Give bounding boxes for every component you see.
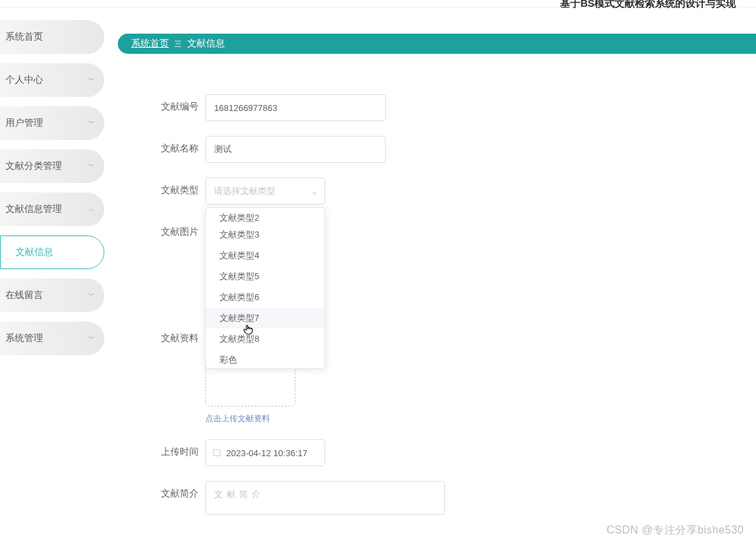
upload-time-value: 2023-04-12 10:36:17 xyxy=(226,448,308,458)
doc-brief-textarea[interactable]: 文 献 简 介 xyxy=(205,481,445,515)
label-doc-name: 文献名称 xyxy=(138,136,199,155)
chevron-down-icon: ﹀ xyxy=(88,334,95,343)
sidebar-item-messages[interactable]: 在线留言 ﹀ xyxy=(0,279,104,312)
label-doc-file: 文献资料 xyxy=(138,326,199,344)
sidebar-item-docinfo-sub[interactable]: 文献信息 xyxy=(0,235,104,269)
content-area: 系统首页 三 文献信息 文献编号 文献名称 文献类型 请选择文献类型 ⌃ xyxy=(104,20,756,547)
upload-hint: 点击上传文献资料 xyxy=(205,413,296,425)
sidebar-item-label: 在线留言 xyxy=(5,289,43,301)
dropdown-option[interactable]: 彩色 xyxy=(206,349,324,365)
sidebar-item-home[interactable]: 系统首页 xyxy=(0,20,104,54)
dropdown-option[interactable]: 文献类型2 xyxy=(206,211,324,224)
sidebar-item-label: 文献信息管理 xyxy=(5,203,62,215)
doc-name-input[interactable] xyxy=(205,136,386,163)
dropdown-option[interactable]: 文献类型4 xyxy=(206,245,324,266)
label-doc-type: 文献类型 xyxy=(138,178,199,196)
dropdown-option[interactable]: 文献类型7 xyxy=(206,307,324,328)
sidebar-item-label: 文献分类管理 xyxy=(5,160,62,172)
doc-type-dropdown: 文献类型2文献类型3文献类型4文献类型5文献类型6文献类型7文献类型8彩色 xyxy=(205,207,325,369)
doc-type-select[interactable]: 请选择文献类型 ⌃ xyxy=(205,178,325,205)
app-title: 基于BS模式文献检索系统的设计与实现 xyxy=(560,0,736,10)
watermark: CSDN @专注分享bishe530 xyxy=(607,523,744,538)
sidebar-item-label: 个人中心 xyxy=(5,74,43,86)
sidebar: 系统首页 个人中心 ﹀ 用户管理 ﹀ 文献分类管理 ﹀ 文献信息管理 ︿ 文献信… xyxy=(0,20,104,547)
sidebar-item-label: 系统首页 xyxy=(5,31,43,43)
dropdown-option[interactable]: 文献类型3 xyxy=(206,224,324,245)
app-header: 基于BS模式文献检索系统的设计与实现 xyxy=(0,0,756,7)
breadcrumb-home-link[interactable]: 系统首页 xyxy=(131,38,169,50)
sidebar-item-profile[interactable]: 个人中心 ﹀ xyxy=(0,63,104,97)
sidebar-item-label: 文献信息 xyxy=(15,246,53,258)
upload-time-input[interactable]: ☐ 2023-04-12 10:36:17 xyxy=(205,439,325,466)
dropdown-scroll[interactable]: 文献类型2文献类型3文献类型4文献类型5文献类型6文献类型7文献类型8彩色 xyxy=(206,211,324,365)
breadcrumb-current: 文献信息 xyxy=(187,38,225,50)
label-upload-time: 上传时间 xyxy=(138,439,199,458)
dropdown-option[interactable]: 文献类型8 xyxy=(206,328,324,349)
calendar-icon: ☐ xyxy=(213,447,221,458)
label-doc-no: 文献编号 xyxy=(138,94,199,113)
form: 文献编号 文献名称 文献类型 请选择文献类型 ⌃ 文献类型2文献类型3文献类型4… xyxy=(104,54,756,515)
sidebar-item-label: 用户管理 xyxy=(5,117,43,129)
sidebar-item-category[interactable]: 文献分类管理 ﹀ xyxy=(0,149,104,183)
chevron-down-icon: ﹀ xyxy=(88,291,95,300)
chevron-down-icon: ︿ xyxy=(88,205,95,214)
chevron-down-icon: ⌃ xyxy=(311,186,318,196)
label-doc-image: 文献图片 xyxy=(138,219,199,238)
chevron-down-icon: ﹀ xyxy=(88,161,95,171)
chevron-down-icon: ﹀ xyxy=(88,118,95,128)
sidebar-item-users[interactable]: 用户管理 ﹀ xyxy=(0,106,104,140)
breadcrumb: 系统首页 三 文献信息 xyxy=(118,34,756,54)
sidebar-item-docinfo[interactable]: 文献信息管理 ︿ xyxy=(0,192,104,226)
dropdown-option[interactable]: 文献类型6 xyxy=(206,287,324,307)
dropdown-option[interactable]: 文献类型5 xyxy=(206,266,324,287)
doc-no-input[interactable] xyxy=(205,94,386,121)
sidebar-item-system[interactable]: 系统管理 ﹀ xyxy=(0,322,104,355)
breadcrumb-sep: 三 xyxy=(174,39,182,49)
select-placeholder: 请选择文献类型 xyxy=(214,185,275,197)
chevron-down-icon: ﹀ xyxy=(88,75,95,85)
sidebar-item-label: 系统管理 xyxy=(5,332,43,344)
label-doc-brief: 文献简介 xyxy=(138,481,199,500)
